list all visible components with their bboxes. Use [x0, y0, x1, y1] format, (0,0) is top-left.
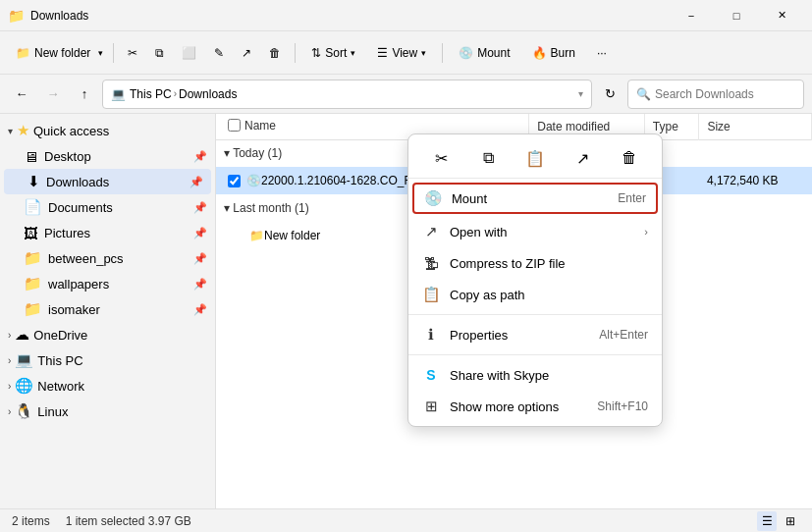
- ctx-delete-icon: 🗑: [622, 149, 637, 167]
- close-button[interactable]: ✕: [759, 0, 804, 31]
- cut-button[interactable]: ✂: [120, 37, 145, 69]
- sort-button[interactable]: ⇅ Sort ▾: [301, 37, 365, 69]
- sidebar-item-isomaker[interactable]: 📁 isomaker 📌: [0, 296, 215, 322]
- desktop-label: Desktop: [44, 149, 207, 164]
- sidebar-section-this-pc[interactable]: › 💻 This PC: [0, 347, 215, 373]
- title-bar-icon: 📁: [8, 8, 25, 24]
- iso-icon: 💿: [246, 174, 261, 187]
- minimize-button[interactable]: −: [669, 0, 714, 31]
- sidebar-section-onedrive[interactable]: › ☁ OneDrive: [0, 322, 215, 347]
- toolbar-separator-2: [295, 43, 296, 63]
- share-button[interactable]: ↗: [234, 37, 259, 69]
- ctx-item-more-options[interactable]: ⊞ Show more options Shift+F10: [408, 391, 662, 422]
- list-view-icon: ☰: [762, 514, 773, 528]
- search-input[interactable]: [655, 87, 802, 101]
- toolbar: 📁 New folder ▾ ✂ ⧉ ⬜ ✎ ↗ 🗑 ⇅ Sort ▾ ☰ Vi…: [0, 31, 812, 75]
- pin-icon-6: 📌: [193, 278, 207, 291]
- more-button[interactable]: ···: [587, 37, 617, 69]
- grid-view-button[interactable]: ⊞: [781, 511, 800, 531]
- wallpapers-icon: 📁: [24, 275, 42, 293]
- sort-label: Sort: [325, 46, 347, 60]
- view-toggle-buttons: ☰ ⊞: [757, 511, 800, 531]
- toolbar-separator: [113, 43, 114, 63]
- new-folder-main[interactable]: 📁 New folder: [8, 37, 94, 69]
- ctx-share-icon: ↗: [576, 149, 589, 168]
- address-chevron-1: ›: [174, 88, 177, 99]
- grid-view-icon: ⊞: [785, 514, 795, 528]
- ctx-delete-button[interactable]: 🗑: [616, 144, 643, 172]
- view-button[interactable]: ☰ View ▾: [367, 37, 436, 69]
- this-pc-label: This PC: [37, 353, 207, 368]
- select-all-checkbox[interactable]: [228, 119, 241, 132]
- list-view-button[interactable]: ☰: [757, 511, 777, 531]
- item-count: 2 items: [12, 514, 50, 528]
- sidebar-section-quick-access[interactable]: ▾ ★ Quick access: [0, 118, 215, 143]
- sidebar-item-downloads[interactable]: ⬇ Downloads 📌: [4, 169, 211, 194]
- ctx-item-skype[interactable]: S Share with Skype: [408, 359, 662, 391]
- refresh-button[interactable]: ↻: [596, 80, 623, 108]
- burn-icon: 🔥: [532, 46, 547, 60]
- ctx-item-copy-path[interactable]: 📋 Copy as path: [408, 279, 662, 310]
- sidebar-item-documents[interactable]: 📄 Documents 📌: [0, 194, 215, 220]
- copy-button[interactable]: ⧉: [147, 37, 172, 69]
- ctx-item-compress[interactable]: 🗜 Compress to ZIP file: [408, 247, 662, 279]
- mount-button[interactable]: 💿 Mount: [449, 37, 519, 69]
- address-input[interactable]: 💻 This PC › Downloads ▾: [102, 80, 592, 109]
- new-folder-dropdown-arrow[interactable]: ▾: [94, 37, 107, 69]
- maximize-button[interactable]: □: [714, 0, 759, 31]
- isomaker-icon: 📁: [24, 300, 42, 318]
- ctx-item-properties[interactable]: ℹ Properties Alt+Enter: [408, 319, 662, 350]
- ctx-item-open-with[interactable]: ↗ Open with ›: [408, 216, 662, 247]
- forward-button[interactable]: →: [39, 80, 67, 108]
- ctx-more-label: Show more options: [450, 399, 587, 414]
- sidebar-section-network[interactable]: › 🌐 Network: [0, 373, 215, 399]
- ctx-compress-label: Compress to ZIP file: [450, 256, 648, 271]
- ctx-compress-icon: 🗜: [422, 255, 440, 272]
- folder-icon: 📁: [249, 229, 264, 242]
- ctx-paste-button[interactable]: 📋: [521, 144, 549, 172]
- up-button[interactable]: ↑: [71, 80, 98, 108]
- address-path-part-2: Downloads: [179, 87, 237, 101]
- last-month-section-toggle[interactable]: ▾: [224, 201, 233, 215]
- sidebar-item-wallpapers[interactable]: 📁 wallpapers 📌: [0, 271, 215, 296]
- today-section-label: Today (1): [233, 146, 282, 160]
- ctx-open-icon: ↗: [422, 223, 440, 240]
- paste-button[interactable]: ⬜: [174, 37, 204, 69]
- ctx-skype-icon: S: [422, 367, 440, 383]
- ctx-more-shortcut: Shift+F10: [597, 399, 648, 413]
- ctx-share-button[interactable]: ↗: [568, 144, 596, 172]
- network-chevron: ›: [8, 381, 11, 392]
- selected-info: 1 item selected 3.97 GB: [66, 514, 191, 528]
- pin-icon-2: 📌: [189, 176, 203, 188]
- today-section-toggle[interactable]: ▾: [224, 146, 233, 160]
- paste-icon: ⬜: [182, 46, 196, 60]
- search-box[interactable]: 🔍: [627, 80, 804, 109]
- delete-icon: 🗑: [269, 46, 281, 60]
- col-size: Size: [699, 114, 812, 139]
- sidebar-item-pictures[interactable]: 🖼 Pictures 📌: [0, 220, 215, 245]
- new-folder-button[interactable]: 📁 New folder ▾: [8, 37, 107, 69]
- sort-chevron: ▾: [351, 48, 355, 58]
- iso-checkbox[interactable]: [228, 175, 241, 187]
- quick-access-label: Quick access: [33, 124, 207, 138]
- mount-icon: 💿: [459, 46, 473, 60]
- more-icon: ···: [597, 46, 607, 60]
- rename-icon: ✎: [214, 46, 224, 60]
- ctx-cut-button[interactable]: ✂: [427, 144, 455, 172]
- delete-button[interactable]: 🗑: [261, 37, 289, 69]
- ctx-item-mount[interactable]: 💿 Mount Enter: [412, 183, 658, 214]
- back-button[interactable]: ←: [8, 80, 35, 108]
- sidebar-item-between-pcs[interactable]: 📁 between_pcs 📌: [0, 245, 215, 271]
- sidebar-section-linux[interactable]: › 🐧 Linux: [0, 399, 215, 424]
- address-path-part-1: This PC: [130, 87, 172, 101]
- sidebar-item-desktop[interactable]: 🖥 Desktop 📌: [0, 143, 215, 169]
- share-icon: ↗: [242, 46, 251, 60]
- burn-button[interactable]: 🔥 Burn: [522, 37, 585, 69]
- iso-size: 4,172,540 KB: [699, 167, 812, 194]
- new-folder-label: New folder: [34, 46, 90, 60]
- rename-button[interactable]: ✎: [206, 37, 232, 69]
- address-dropdown-icon[interactable]: ▾: [578, 88, 583, 99]
- address-bar: ← → ↑ 💻 This PC › Downloads ▾ ↻ 🔍: [0, 75, 812, 114]
- ctx-copy-button[interactable]: ⧉: [474, 144, 502, 172]
- isomaker-label: isomaker: [48, 302, 207, 317]
